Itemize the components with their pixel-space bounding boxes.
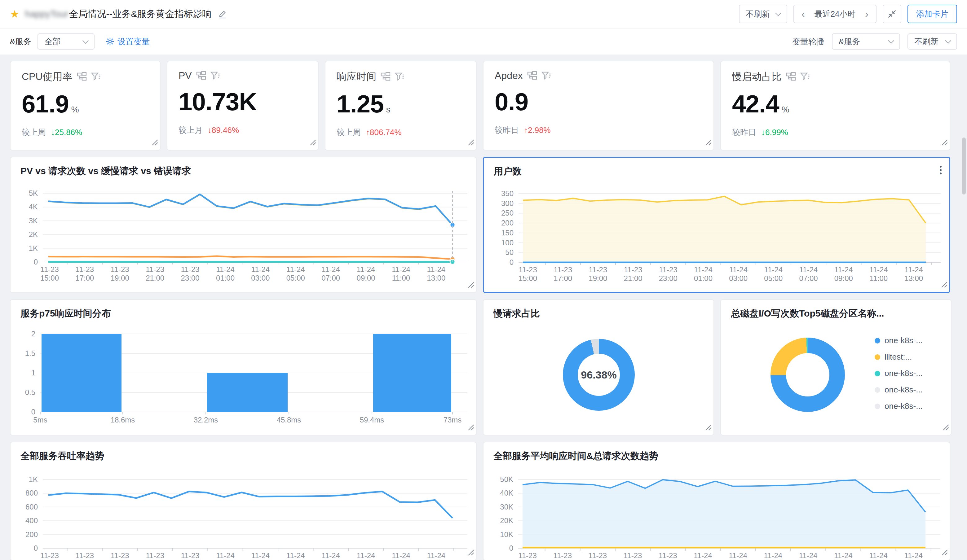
resize-handle[interactable] <box>940 279 947 290</box>
svg-text:50K: 50K <box>500 475 513 484</box>
filter-icon[interactable] <box>210 71 220 81</box>
svg-text:11-23: 11-23 <box>40 551 59 560</box>
svg-text:11-23: 11-23 <box>181 551 200 560</box>
legend-item[interactable]: one-k8s-... <box>875 385 922 395</box>
resize-handle-icon[interactable] <box>704 423 711 430</box>
svg-text:0: 0 <box>510 258 513 266</box>
svg-text:11-24: 11-24 <box>392 265 410 273</box>
set-variables-link[interactable]: 设置变量 <box>106 36 150 47</box>
chart-row-3: 全部服务吞吐率趋势 1K800600400200011-2315:0011-23… <box>10 442 957 560</box>
page-scrollbar[interactable] <box>962 138 966 194</box>
resize-handle-icon[interactable] <box>942 423 949 430</box>
svg-text:11-23: 11-23 <box>589 265 607 274</box>
add-card-button[interactable]: 添加卡片 <box>908 5 957 23</box>
resize-handle[interactable] <box>309 137 316 148</box>
legend-item[interactable]: llltest:... <box>875 352 922 362</box>
resize-handle[interactable] <box>467 137 474 148</box>
related-views-icon[interactable] <box>527 71 537 81</box>
collapse-icon <box>887 9 897 18</box>
resize-handle[interactable] <box>704 137 711 148</box>
legend-item[interactable]: one-k8s-... <box>875 402 922 411</box>
resize-handle-icon[interactable] <box>704 138 711 146</box>
legend-item[interactable]: one-k8s-... <box>875 336 922 345</box>
legend-item[interactable]: one-k8s-... <box>875 369 922 378</box>
filter-icon[interactable] <box>541 71 551 81</box>
kpi-title: PV <box>178 70 192 81</box>
card-pv-requests[interactable]: PV vs 请求次数 vs 缓慢请求 vs 错误请求 5K4K3K2K1K011… <box>10 157 477 293</box>
card-disk-io-top5[interactable]: 总磁盘I/O写次数Top5磁盘分区名称... one-k8s-...llltes… <box>720 299 952 435</box>
related-views-icon[interactable] <box>381 72 391 81</box>
filter-icon[interactable] <box>395 72 405 81</box>
svg-text:1: 1 <box>31 369 35 377</box>
resize-handle-icon[interactable] <box>309 138 316 146</box>
resize-handle[interactable] <box>941 547 948 558</box>
resize-handle-icon[interactable] <box>151 138 158 146</box>
svg-text:01:00: 01:00 <box>694 274 713 282</box>
throughput-chart[interactable]: 1K800600400200011-2315:0011-2317:0011-23… <box>10 467 477 560</box>
prev-time-icon[interactable]: ‹ <box>802 9 805 19</box>
resize-handle-icon[interactable] <box>467 548 474 556</box>
donut-ring[interactable] <box>771 338 845 412</box>
favorite-star-icon[interactable]: ★ <box>10 9 19 19</box>
time-range-control[interactable]: ‹ 最近24小时 › <box>794 5 876 23</box>
legend-dot-icon <box>875 404 880 409</box>
card-slow-request-ratio[interactable]: 慢请求占比 96.38% <box>483 299 714 435</box>
svg-text:11-23: 11-23 <box>146 265 164 273</box>
kpi-card-2[interactable]: PV10.73K较上月↓89.46% <box>167 61 318 150</box>
resize-handle-icon[interactable] <box>467 138 474 146</box>
svg-text:0: 0 <box>509 544 513 552</box>
filter-icon[interactable] <box>800 72 810 81</box>
resize-handle-icon[interactable] <box>467 281 474 288</box>
resize-handle-icon[interactable] <box>467 423 474 430</box>
svg-text:11-24: 11-24 <box>251 265 270 273</box>
resize-handle[interactable] <box>942 422 949 433</box>
svg-text:2: 2 <box>31 329 35 338</box>
svg-text:11-24: 11-24 <box>286 265 305 273</box>
card-p75-distribution[interactable]: 服务p75响应时间分布 21.510.505ms18.6ms32.2ms45.8… <box>10 299 477 435</box>
resize-handle-icon[interactable] <box>941 138 948 146</box>
filter-bar-right: 变量轮播 &服务 不刷新 <box>792 33 957 49</box>
svg-text:11-23: 11-23 <box>181 265 200 273</box>
p75-bar-chart[interactable]: 21.510.505ms18.6ms32.2ms45.8ms59.4ms73ms <box>10 324 477 435</box>
next-time-icon[interactable]: › <box>865 9 868 19</box>
card-response-requests-trend[interactable]: 全部服务平均响应时间&总请求次数趋势 50K40K30K20K10K011-23… <box>483 442 950 560</box>
card-menu-button[interactable] <box>938 164 943 179</box>
resize-handle[interactable] <box>467 422 474 433</box>
resize-handle[interactable] <box>151 137 158 148</box>
card-throughput-trend[interactable]: 全部服务吞吐率趋势 1K800600400200011-2315:0011-23… <box>10 442 477 560</box>
collapse-button[interactable] <box>883 5 901 23</box>
related-views-icon[interactable] <box>196 71 206 81</box>
resize-handle-icon[interactable] <box>941 548 948 556</box>
resize-handle[interactable] <box>704 422 711 433</box>
svg-text:40K: 40K <box>500 489 513 497</box>
refresh-select[interactable]: 不刷新 <box>739 5 787 23</box>
edit-title-button[interactable] <box>218 9 227 18</box>
kpi-title: 慢启动占比 <box>732 70 782 84</box>
card-users[interactable]: 用户数 35030025020015010050011-2315:0011-23… <box>483 157 950 293</box>
resize-handle-icon[interactable] <box>940 280 947 288</box>
pv-requests-chart[interactable]: 5K4K3K2K1K011-2315:0011-2317:0011-2319:0… <box>10 182 477 293</box>
kpi-card-3[interactable]: 响应时间1.25s较上周↑806.74% <box>325 61 477 150</box>
related-views-icon[interactable] <box>77 72 87 81</box>
svg-text:73ms: 73ms <box>444 416 462 424</box>
resize-handle[interactable] <box>467 547 474 558</box>
resize-handle[interactable] <box>941 137 948 148</box>
carousel-variable-select[interactable]: &服务 <box>832 33 900 49</box>
kpi-compare-label: 较上月 <box>178 125 203 136</box>
filter-icon[interactable] <box>91 72 101 81</box>
svg-text:0: 0 <box>34 544 38 552</box>
users-chart[interactable]: 35030025020015010050011-2315:0011-2317:0… <box>484 183 950 293</box>
carousel-refresh-select[interactable]: 不刷新 <box>908 33 957 49</box>
kpi-card-1[interactable]: CPU使用率61.9%较上周↓25.86% <box>10 61 160 150</box>
kpi-card-5[interactable]: 慢启动占比42.4%较昨日↓6.99% <box>720 61 950 150</box>
resize-handle[interactable] <box>467 279 474 290</box>
time-range-value[interactable]: 最近24小时 <box>815 9 856 20</box>
donut-legend: one-k8s-...llltest:...one-k8s-...one-k8s… <box>875 336 922 411</box>
service-filter-select[interactable]: 全部 <box>38 33 94 49</box>
related-views-icon[interactable] <box>786 72 796 81</box>
response-requests-chart[interactable]: 50K40K30K20K10K011-2315:0011-2317:0011-2… <box>484 467 950 560</box>
kpi-card-4[interactable]: Apdex0.9较昨日↑2.98% <box>483 61 714 150</box>
donut-ring[interactable]: 96.38% <box>563 339 635 411</box>
svg-text:11-24: 11-24 <box>694 551 712 560</box>
svg-text:32.2ms: 32.2ms <box>194 416 218 424</box>
